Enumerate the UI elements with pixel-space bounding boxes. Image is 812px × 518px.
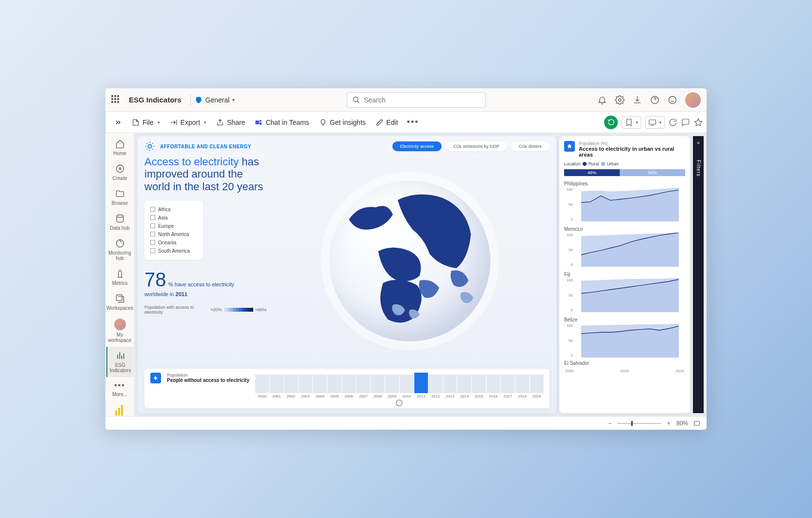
- nav-my-workspace[interactable]: My workspace: [106, 315, 134, 347]
- region-checkbox[interactable]: Africa: [150, 205, 197, 214]
- timeline-bar[interactable]: [255, 375, 269, 393]
- timeline-bar[interactable]: [515, 375, 529, 393]
- timeline-bar[interactable]: [284, 375, 298, 393]
- timeline-bar[interactable]: [342, 375, 356, 393]
- workspace-dropdown[interactable]: General ▾: [205, 96, 235, 104]
- small-multiple-chart[interactable]: Belize100500: [564, 317, 685, 358]
- nav-powerbi[interactable]: Power BI: [106, 401, 134, 416]
- timeline-bar[interactable]: [356, 375, 370, 393]
- timeline-bar[interactable]: [385, 375, 399, 393]
- timeline-bar[interactable]: [400, 375, 414, 393]
- user-avatar[interactable]: [685, 92, 701, 108]
- left-nav: Home Create Browse Data hub Monitoring h…: [105, 133, 135, 416]
- nav-monitoring-hub[interactable]: Monitoring hub: [106, 235, 134, 265]
- home-icon[interactable]: [564, 141, 575, 152]
- collapse-chevron-icon[interactable]: «: [697, 140, 700, 145]
- nav-browse[interactable]: Browse: [106, 185, 134, 210]
- nav-metrics[interactable]: Metrics: [106, 265, 134, 290]
- filters-pane-collapsed[interactable]: « Filters: [693, 136, 704, 413]
- tab-electricity-access[interactable]: Electricity access: [392, 141, 442, 151]
- small-multiple-chart[interactable]: Morocco100500: [564, 226, 685, 267]
- zoom-out-button[interactable]: −: [607, 420, 612, 427]
- comment-icon[interactable]: [681, 118, 690, 127]
- headline: Access to electricity has improved aroun…: [144, 156, 266, 193]
- settings-icon[interactable]: [615, 95, 625, 105]
- timeline-bar[interactable]: [530, 375, 544, 393]
- region-checkbox[interactable]: Asia: [150, 214, 197, 222]
- map-legend: Population with access to electricity: <…: [144, 305, 266, 315]
- region-checkbox[interactable]: Europe: [150, 222, 197, 230]
- nav-data-hub[interactable]: Data hub: [106, 210, 134, 235]
- svg-line-1: [357, 101, 359, 103]
- timeline-bar[interactable]: [270, 375, 284, 393]
- bolt-icon: [150, 373, 161, 383]
- report-title: AFFORTABLE AND CLEAN ENERGY: [160, 144, 251, 149]
- refresh-icon[interactable]: [669, 118, 677, 127]
- get-insights-button[interactable]: Get insights: [314, 116, 371, 129]
- timeline-bar[interactable]: [457, 375, 471, 393]
- app-window: ESG Indicators General ▾ File▾: [105, 88, 707, 430]
- region-checkbox[interactable]: South America: [150, 247, 197, 255]
- timeline-bar[interactable]: [487, 375, 501, 393]
- fit-page-icon[interactable]: [693, 419, 701, 427]
- timeline-bar[interactable]: [414, 373, 428, 393]
- svg-point-10: [117, 215, 123, 218]
- nav-create[interactable]: Create: [106, 160, 134, 185]
- nav-home[interactable]: Home: [106, 135, 134, 160]
- help-icon[interactable]: [650, 95, 660, 105]
- region-checkbox[interactable]: North America: [150, 230, 197, 239]
- feedback-icon[interactable]: [668, 95, 677, 105]
- timeline-chart[interactable]: 2000200120022003200420052006200720082009…: [255, 373, 544, 406]
- file-menu[interactable]: File▾: [127, 116, 165, 129]
- bookmark-dropdown[interactable]: ▾: [622, 116, 641, 129]
- svg-point-6: [260, 120, 262, 121]
- chat-teams-button[interactable]: Chat in Teams: [250, 116, 314, 129]
- timeline-bar[interactable]: [299, 375, 313, 393]
- notifications-icon[interactable]: [597, 95, 607, 105]
- search-box[interactable]: [347, 92, 486, 108]
- timeline-bar[interactable]: [443, 375, 457, 393]
- edit-button[interactable]: Edit: [371, 116, 403, 129]
- timeline-bar[interactable]: [313, 375, 327, 393]
- globe-visual[interactable]: [270, 156, 549, 366]
- region-checkbox[interactable]: Oceania: [150, 239, 197, 247]
- timeline-bar[interactable]: [472, 375, 486, 393]
- nav-workspaces[interactable]: Workspaces: [106, 290, 134, 315]
- workspace-label: General: [205, 96, 230, 104]
- small-multiple-chart[interactable]: Fiji100500: [564, 272, 685, 312]
- svg-point-2: [619, 99, 621, 101]
- nav-esg-indicators[interactable]: ESG Indicators: [106, 347, 134, 377]
- svg-point-13: [148, 144, 151, 148]
- side-panel-legend: Location Rural Urban: [564, 161, 685, 166]
- download-icon[interactable]: [632, 95, 642, 105]
- search-input[interactable]: [364, 96, 480, 104]
- timeline-bar[interactable]: [428, 375, 443, 393]
- collapse-toolbar-button[interactable]: [109, 116, 127, 129]
- report-header: AFFORTABLE AND CLEAN ENERGY Electricity …: [144, 141, 549, 152]
- app-launcher-icon[interactable]: [111, 95, 121, 105]
- tab-co2-drivers[interactable]: CO₂ drivers: [511, 141, 549, 151]
- screen-icon: [648, 118, 657, 127]
- svg-rect-5: [256, 120, 260, 124]
- timeline-bar[interactable]: [501, 375, 515, 393]
- zoom-level: 80%: [676, 420, 688, 427]
- svg-rect-12: [116, 295, 122, 301]
- tab-co2-gdp[interactable]: CO₂ emissions by GDP: [446, 141, 507, 151]
- energy-icon: [144, 141, 155, 152]
- timeline-bar[interactable]: [371, 375, 385, 393]
- nav-more[interactable]: •••More...: [106, 377, 134, 401]
- view-dropdown[interactable]: ▾: [645, 116, 665, 129]
- zoom-in-button[interactable]: +: [666, 420, 671, 427]
- share-button[interactable]: Share: [211, 116, 250, 129]
- reset-button[interactable]: [604, 116, 618, 129]
- small-multiple-chart[interactable]: Philippines100500: [564, 181, 685, 221]
- favorite-icon[interactable]: [694, 118, 703, 127]
- report-tabs: Electricity access CO₂ emissions by GDP …: [392, 141, 549, 151]
- timeline-bar[interactable]: [327, 375, 342, 393]
- zoom-slider[interactable]: [617, 423, 661, 424]
- svg-rect-14: [694, 421, 700, 425]
- more-actions-button[interactable]: •••: [403, 117, 423, 127]
- export-menu[interactable]: Export▾: [165, 116, 211, 129]
- svg-rect-7: [649, 120, 656, 124]
- timeline-slider-handle[interactable]: [396, 399, 403, 406]
